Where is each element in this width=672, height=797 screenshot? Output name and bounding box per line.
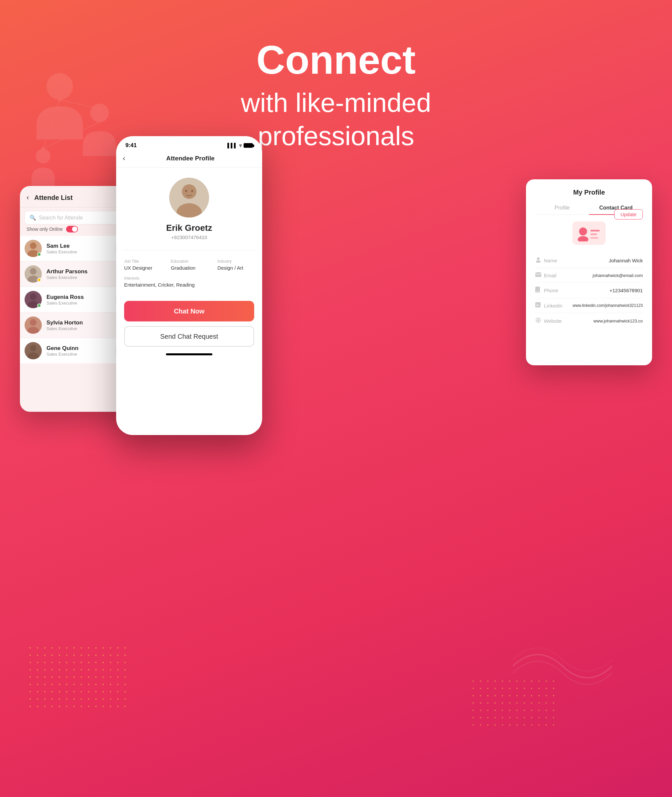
- attendee-role: Sales Executive: [46, 352, 115, 357]
- svg-text:in: in: [536, 303, 539, 307]
- name-value: Johannah Wick: [567, 258, 643, 263]
- contact-email-row: Email johannahwick@email.com: [535, 268, 643, 282]
- svg-point-1: [90, 104, 109, 122]
- contact-website-row: Website www.johannahwick123.co: [535, 313, 643, 329]
- svg-point-18: [30, 293, 37, 300]
- avatar-wrap: [24, 240, 42, 257]
- phone-label: Phone: [544, 288, 567, 293]
- svg-rect-34: [590, 230, 600, 231]
- svg-point-0: [46, 73, 73, 99]
- wifi-icon: ▿: [239, 143, 242, 148]
- search-placeholder: Search for Attende: [39, 215, 121, 221]
- hero-title: Connect: [187, 40, 485, 80]
- job-title-value: UX Designer: [124, 265, 161, 271]
- search-icon: 🔍: [30, 215, 36, 221]
- home-indicator: [166, 353, 213, 355]
- attendee-name: Gene Quinn: [46, 345, 115, 352]
- online-indicator: [37, 252, 41, 257]
- website-value: www.johannahwick123.co: [567, 319, 643, 324]
- email-value: johannahwick@email.com: [567, 273, 643, 278]
- status-bar: 9:41 ▌▌▌ ▿: [116, 136, 262, 151]
- profile-avatar: [169, 178, 209, 218]
- avatar: [24, 342, 42, 359]
- status-icons: ▌▌▌ ▿: [227, 143, 253, 148]
- interests-field: Interests Entertainment, Cricker, Readin…: [124, 276, 254, 288]
- profile-phone: 9:41 ▌▌▌ ▿ ‹ Attendee Profile Erik G: [116, 136, 262, 435]
- online-toggle[interactable]: [66, 226, 78, 233]
- svg-point-24: [30, 345, 37, 351]
- attendee-role: Sales Executive: [46, 300, 115, 306]
- detail-row-1: Job Title UX Designer Education Graduati…: [124, 259, 254, 271]
- svg-point-2: [36, 149, 50, 164]
- contact-phone-row: Phone +12345678901: [535, 282, 643, 298]
- wave-decoration: [513, 636, 612, 698]
- update-button[interactable]: Update: [614, 209, 643, 220]
- svg-point-28: [182, 184, 197, 199]
- industry-label: Industry: [218, 259, 254, 264]
- my-profile-card: My Profile Profile Contact Card Update N…: [526, 179, 652, 365]
- avatar-wrap: [24, 265, 42, 282]
- card-title: My Profile: [535, 189, 643, 196]
- background-decoration: [27, 60, 120, 187]
- profile-divider: [123, 250, 256, 250]
- education-label: Education: [171, 259, 208, 264]
- svg-rect-41: [537, 291, 539, 292]
- online-filter-label: Show only Online: [27, 226, 63, 232]
- interests-label: Interests: [124, 276, 254, 281]
- profile-name: Erik Groetz: [166, 223, 213, 233]
- svg-point-37: [537, 257, 539, 260]
- attendee-info: Eugenia Ross Sales Executive: [46, 294, 115, 306]
- signal-icon: ▌▌▌: [227, 143, 237, 148]
- linkedin-value: www.linkedin.com/johannahwick321123: [567, 303, 643, 308]
- education-field: Education Graduation: [171, 259, 208, 271]
- attendee-name: Arthur Parsons: [46, 268, 115, 275]
- online-indicator: [37, 303, 41, 308]
- attendee-name: Sylvia Horton: [46, 319, 115, 326]
- profile-details: Job Title UX Designer Education Graduati…: [116, 254, 262, 293]
- profile-nav-title: Attendee Profile: [125, 155, 256, 162]
- attendee-list-title: Attende List: [34, 194, 73, 202]
- website-label: Website: [544, 318, 567, 324]
- profile-nav-bar: ‹ Attendee Profile: [116, 151, 262, 168]
- search-bar[interactable]: 🔍 Search for Attende: [24, 211, 126, 225]
- attendee-name: Eugenia Ross: [46, 294, 115, 300]
- attendee-role: Sales Executive: [46, 249, 115, 254]
- avatar-wrap: [24, 342, 42, 359]
- send-chat-request-button[interactable]: Send Chat Request: [124, 326, 254, 347]
- linkedin-label: Linkedin: [544, 303, 567, 308]
- avatar-wrap: [24, 291, 42, 308]
- attendee-name: Sam Lee: [46, 243, 115, 249]
- attendee-info: Arthur Parsons Sales Executive: [46, 268, 115, 280]
- job-title-field: Job Title UX Designer: [124, 259, 161, 271]
- svg-point-12: [30, 242, 37, 249]
- tab-profile[interactable]: Profile: [535, 202, 589, 215]
- toggle-knob: [72, 226, 77, 232]
- person-icon: [535, 257, 544, 264]
- name-label: Name: [544, 258, 567, 263]
- avatar-wrap: [24, 316, 42, 334]
- hero-section: Connect with like-minded professionals: [187, 40, 485, 153]
- education-value: Graduation: [171, 265, 208, 271]
- email-icon: [535, 272, 544, 278]
- contact-card-avatar: [573, 221, 606, 245]
- phone-value: +12345678901: [567, 288, 643, 293]
- phone-icon: [535, 287, 544, 294]
- svg-point-15: [30, 268, 37, 275]
- chat-now-button[interactable]: Chat Now: [124, 301, 254, 321]
- svg-point-30: [185, 190, 187, 192]
- industry-value: Design / Art: [218, 265, 254, 271]
- nav-back-button[interactable]: ‹: [123, 154, 125, 163]
- attendee-info: Sam Lee Sales Executive: [46, 243, 115, 254]
- profile-phone-number: +923007476410: [171, 234, 207, 240]
- avatar: [24, 316, 42, 334]
- attendee-role: Sales Executive: [46, 326, 115, 331]
- attendee-info: Sylvia Horton Sales Executive: [46, 319, 115, 331]
- linkedin-icon: in: [535, 302, 544, 309]
- email-label: Email: [544, 273, 567, 278]
- svg-point-21: [30, 319, 37, 326]
- back-arrow-icon[interactable]: ‹: [27, 193, 29, 202]
- svg-point-7: [98, 107, 102, 111]
- industry-field: Industry Design / Art: [218, 259, 254, 271]
- svg-point-33: [578, 236, 588, 241]
- contact-name-row: Name Johannah Wick: [535, 253, 643, 268]
